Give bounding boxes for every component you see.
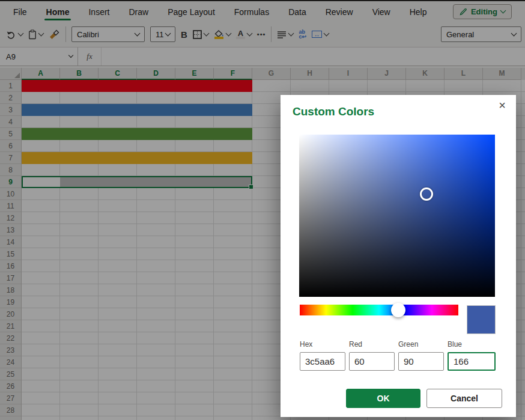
blue-label: Blue (448, 340, 462, 348)
ok-label: OK (377, 394, 390, 403)
close-button[interactable]: × (493, 96, 511, 114)
hex-label: Hex (300, 340, 312, 348)
color-picker-cursor[interactable] (420, 187, 433, 201)
dialog-title: Custom Colors (293, 105, 374, 118)
hue-slider-thumb[interactable] (391, 303, 405, 317)
green-label: Green (398, 340, 418, 348)
excel-window: FileHomeInsertDrawPage LayoutFormulasDat… (0, 0, 525, 420)
saturation-value-picker[interactable] (299, 135, 495, 297)
hex-field[interactable] (300, 352, 345, 371)
cancel-button[interactable]: Cancel (426, 389, 502, 408)
green-field[interactable] (398, 352, 444, 371)
cancel-label: Cancel (451, 394, 478, 403)
hue-slider[interactable] (300, 305, 458, 315)
ok-button[interactable]: OK (346, 389, 420, 408)
red-field[interactable] (349, 352, 395, 371)
custom-colors-dialog: Custom Colors × Hex Red Green Blue OK Ca… (281, 95, 516, 417)
color-preview-swatch (467, 305, 496, 334)
red-label: Red (349, 340, 362, 348)
close-icon: × (499, 99, 506, 112)
blue-field[interactable] (448, 352, 496, 371)
